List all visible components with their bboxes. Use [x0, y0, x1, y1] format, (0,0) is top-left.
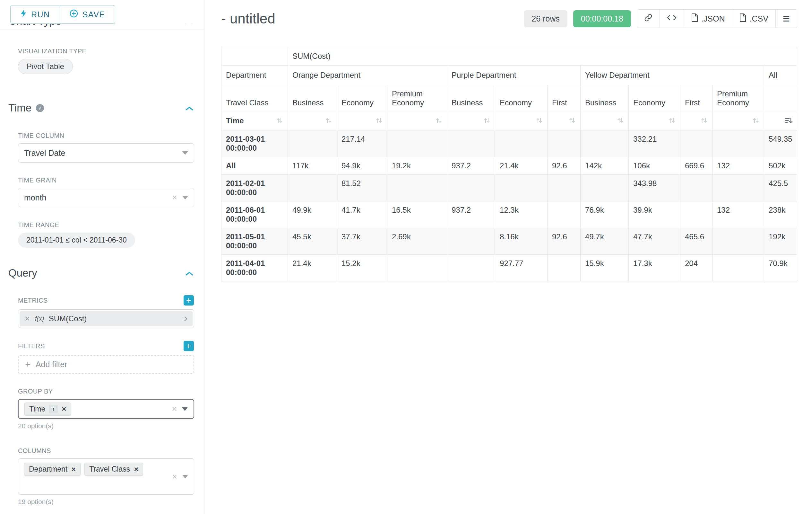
cell — [548, 201, 581, 228]
cell: 70.9k — [764, 255, 797, 281]
sort-icon[interactable] — [701, 117, 708, 126]
sort-icon[interactable] — [752, 117, 759, 126]
cell: 16.5k — [387, 201, 447, 228]
file-icon — [691, 13, 698, 24]
cell: 132 — [713, 201, 764, 228]
info-badge-icon: i — [49, 405, 58, 413]
cell: 8.16k — [495, 228, 548, 255]
travel-class-column-header: Business — [288, 85, 337, 112]
sort-icon[interactable] — [569, 117, 576, 126]
query-section-header: Query — [8, 267, 194, 279]
metrics-control: × f(x) SUM(Cost) › — [18, 309, 194, 328]
cell — [713, 228, 764, 255]
travel-class-column-header — [764, 85, 797, 112]
time-grain-select[interactable]: month × — [18, 188, 194, 207]
sort-header[interactable] — [387, 112, 447, 130]
add-filter-button[interactable]: + — [183, 341, 194, 351]
sort-header[interactable] — [447, 112, 495, 130]
viz-type-pill[interactable]: Pivot Table — [18, 59, 73, 74]
cell — [288, 175, 337, 201]
time-grain-label: TIME GRAIN — [18, 177, 194, 184]
sort-desc-icon[interactable] — [785, 117, 792, 126]
sort-header[interactable] — [548, 112, 581, 130]
sort-header[interactable] — [680, 112, 713, 130]
chip-time[interactable]: Timei× — [24, 403, 71, 416]
result-area: SUM(Cost)DepartmentOrange DepartmentPurp… — [221, 47, 797, 281]
sort-icon[interactable] — [617, 117, 624, 126]
cell: 106k — [629, 157, 680, 175]
chip-label: Time — [29, 405, 45, 413]
cell — [713, 130, 764, 157]
visualization-type-label: VISUALIZATION TYPE — [18, 48, 194, 55]
groupby-chips: Timei× — [24, 403, 172, 416]
save-button[interactable]: SAVE — [60, 5, 115, 24]
table-row: All117k94.9k19.2k937.221.4k92.6142k106k6… — [222, 157, 797, 175]
sort-icon[interactable] — [376, 117, 383, 126]
sort-header[interactable] — [288, 112, 337, 130]
column-group-header: All — [764, 65, 797, 85]
metric-pill[interactable]: × f(x) SUM(Cost) › — [20, 311, 193, 326]
clear-icon[interactable]: × — [172, 472, 177, 481]
add-metric-button[interactable]: + — [183, 295, 194, 305]
download-csv-button[interactable]: .CSV — [732, 9, 775, 28]
info-icon[interactable]: i — [36, 104, 44, 112]
metric-header: SUM(Cost) — [288, 47, 797, 65]
columns-select[interactable]: Department×Travel Class× × — [18, 458, 194, 495]
add-filter-box[interactable]: + Add filter — [18, 355, 194, 374]
rows-count-badge: 26 rows — [524, 10, 568, 27]
time-range-pill[interactable]: 2011-01-01 ≤ col < 2011-06-30 — [18, 233, 135, 248]
chevron-up-icon[interactable] — [185, 267, 194, 279]
query-timer-badge: 00:00:00.18 — [573, 10, 631, 27]
department-header: Department — [222, 65, 288, 85]
sort-icon[interactable] — [435, 117, 442, 126]
row-label: 2011-03-01 00:00:00 — [222, 130, 288, 157]
chevron-right-icon[interactable]: › — [184, 312, 187, 323]
chip-label: Travel Class — [89, 465, 130, 474]
view-query-button[interactable] — [660, 9, 684, 28]
cell: 332.21 — [629, 130, 680, 157]
sort-icon[interactable] — [669, 117, 675, 126]
sort-icon[interactable] — [276, 117, 283, 126]
cell: 204 — [680, 255, 713, 281]
cell — [581, 175, 629, 201]
cell: 425.5 — [764, 175, 797, 201]
run-button[interactable]: RUN — [10, 5, 60, 24]
cell: 15.2k — [337, 255, 387, 281]
sort-header[interactable] — [495, 112, 548, 130]
link-icon — [644, 13, 652, 24]
clear-icon[interactable]: × — [172, 405, 177, 413]
sort-header[interactable] — [581, 112, 629, 130]
cell — [713, 255, 764, 281]
remove-icon[interactable]: × — [134, 465, 138, 473]
remove-icon[interactable]: × — [62, 405, 66, 413]
cell: 45.5k — [288, 228, 337, 255]
metric-name: SUM(Cost) — [49, 314, 87, 323]
time-column-select[interactable]: Travel Date — [18, 143, 194, 163]
chip-department[interactable]: Department× — [24, 463, 81, 476]
download-json-button[interactable]: .JSON — [684, 9, 732, 28]
remove-metric-icon[interactable]: × — [25, 315, 30, 323]
sort-icon[interactable] — [325, 117, 332, 126]
menu-button[interactable]: ≡ — [776, 9, 797, 28]
copy-link-button[interactable] — [637, 9, 660, 28]
clear-icon[interactable]: × — [172, 193, 177, 202]
cell — [387, 175, 447, 201]
time-sort-header[interactable]: Time — [222, 112, 288, 130]
groupby-select[interactable]: Timei× × — [18, 399, 194, 419]
sort-header[interactable] — [629, 112, 680, 130]
cell — [680, 175, 713, 201]
cell — [447, 228, 495, 255]
table-row: 2011-04-01 00:00:0021.4k15.2k927.7715.9k… — [222, 255, 797, 281]
chevron-up-icon[interactable] — [185, 102, 194, 114]
cell — [680, 130, 713, 157]
cell: 21.4k — [288, 255, 337, 281]
sort-header[interactable] — [337, 112, 387, 130]
chip-travel-class[interactable]: Travel Class× — [84, 463, 143, 476]
sort-icon[interactable] — [536, 117, 543, 126]
sort-icon[interactable] — [483, 117, 490, 126]
sidebar-content: VISUALIZATION TYPE Pivot Table Time i TI… — [0, 30, 204, 514]
remove-icon[interactable]: × — [71, 465, 76, 473]
sort-header[interactable] — [713, 112, 764, 130]
columns-options-hint: 19 option(s) — [18, 498, 194, 506]
sort-header[interactable] — [764, 112, 797, 130]
